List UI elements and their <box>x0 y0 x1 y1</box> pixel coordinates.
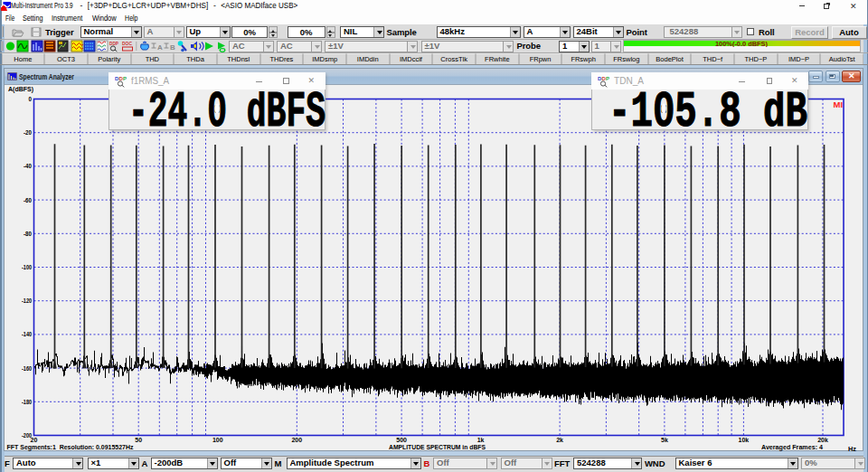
svg-text:-105.8 dB: -105.8 dB <box>609 91 807 129</box>
svg-text:-24.0 dBFS: -24.0 dBFS <box>128 91 326 129</box>
svg-text:-20: -20 <box>24 129 32 136</box>
svg-text:20: 20 <box>31 437 38 443</box>
svg-text:FFT Segments:1 Resolution: 0.: FFT Segments:1 Resolution: 0.0915527Hz <box>7 444 134 451</box>
svg-text:TDN_A: TDN_A <box>614 76 644 86</box>
svg-text:-60: -60 <box>24 197 32 203</box>
svg-text:Averaged Frames: 4: Averaged Frames: 4 <box>761 444 823 451</box>
svg-text:-40: -40 <box>24 163 32 169</box>
svg-text:200: 200 <box>291 437 302 443</box>
svg-text:Hz: Hz <box>848 446 857 452</box>
svg-text:0: 0 <box>29 96 33 102</box>
svg-text:10k: 10k <box>739 437 750 443</box>
svg-text:-80: -80 <box>24 231 32 237</box>
svg-text:MI: MI <box>834 99 844 109</box>
svg-text:-140: -140 <box>22 331 32 337</box>
svg-text:P: P <box>123 76 127 81</box>
svg-text:100: 100 <box>212 437 223 443</box>
svg-text:2k: 2k <box>556 437 563 443</box>
svg-text:AMPLITUDE SPECTRUM in dBFS: AMPLITUDE SPECTRUM in dBFS <box>389 444 486 450</box>
svg-text:1k: 1k <box>477 437 485 443</box>
svg-text:-160: -160 <box>22 365 32 372</box>
svg-text:20k: 20k <box>817 437 828 443</box>
svg-text:A(dBFS): A(dBFS) <box>8 85 33 93</box>
svg-text:-100: -100 <box>22 264 32 270</box>
svg-text:500: 500 <box>396 437 407 443</box>
svg-text:-120: -120 <box>22 297 32 304</box>
svg-text:P: P <box>606 76 609 81</box>
svg-text:f1RMS_A: f1RMS_A <box>131 76 169 86</box>
svg-text:-180: -180 <box>22 399 32 405</box>
svg-text:5k: 5k <box>661 437 668 443</box>
svg-text:50: 50 <box>135 437 142 443</box>
